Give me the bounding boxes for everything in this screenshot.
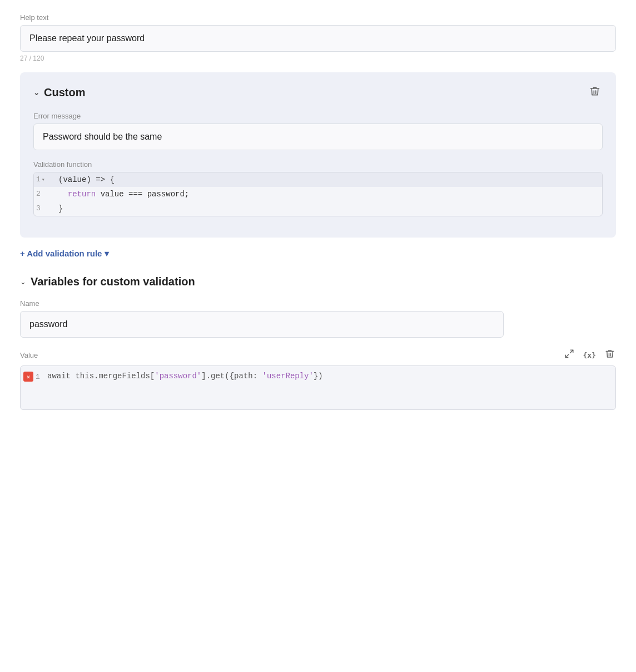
error-message-label: Error message	[33, 112, 603, 120]
expand-icon	[564, 349, 574, 359]
code-content-2: return value === password;	[54, 189, 193, 200]
code-content-1: (value) => {	[54, 174, 119, 185]
validation-function-group: Validation function 1 ▾ (value) => { 2 r…	[33, 160, 603, 216]
help-text-section: Help text 27 / 120	[20, 13, 616, 62]
fold-arrow-icon[interactable]: ▾	[42, 176, 45, 183]
custom-section-header: ⌄ Custom	[33, 83, 603, 102]
line-number-2: 2	[34, 189, 54, 199]
custom-section: ⌄ Custom Error message Validation functi…	[20, 72, 616, 238]
variable-value-code-editor[interactable]: ✕ 1 await this.mergeFields['password'].g…	[20, 365, 616, 410]
variable-value-icons: {x}	[563, 348, 616, 362]
svg-line-1	[565, 355, 568, 358]
custom-section-title: ⌄ Custom	[33, 86, 85, 99]
code-line-3: 3 }	[34, 201, 602, 216]
variable-delete-button[interactable]	[604, 348, 616, 362]
error-message-input[interactable]	[33, 123, 603, 150]
error-badge: ✕	[23, 372, 33, 382]
code-line-1: 1 ▾ (value) => {	[34, 172, 602, 187]
vars-icon-button[interactable]: {x}	[582, 350, 597, 360]
variable-name-input[interactable]	[20, 311, 504, 338]
help-text-label: Help text	[20, 13, 616, 22]
validation-function-label: Validation function	[33, 160, 603, 169]
error-message-group: Error message	[33, 112, 603, 150]
value-line-number-1: ✕ 1	[21, 372, 43, 382]
help-text-input[interactable]	[20, 25, 616, 52]
trash-icon	[589, 86, 600, 97]
code-line-2: 2 return value === password;	[34, 187, 602, 201]
line-number-3: 3	[34, 203, 54, 214]
svg-line-0	[570, 350, 573, 353]
variables-section-header: ⌄ Variables for custom validation	[20, 275, 616, 288]
char-count: 27 / 120	[20, 55, 616, 62]
code-content-3: }	[54, 203, 67, 214]
chevron-down-icon[interactable]: ⌄	[33, 88, 39, 97]
variable-name-label: Name	[20, 299, 616, 308]
variables-section-title: Variables for custom validation	[31, 275, 195, 288]
variables-section: ⌄ Variables for custom validation Name V…	[20, 275, 616, 410]
expand-icon-button[interactable]	[563, 348, 575, 362]
variable-value-field: Value {x}	[20, 348, 616, 410]
value-code-line-1: ✕ 1 await this.mergeFields['password'].g…	[21, 366, 615, 387]
add-validation-rule-button[interactable]: + Add validation rule ▾	[20, 249, 109, 259]
variables-chevron-icon[interactable]: ⌄	[20, 278, 26, 286]
variable-trash-icon	[605, 349, 615, 359]
variable-value-label: Value	[20, 351, 38, 359]
variable-name-field: Name	[20, 299, 616, 338]
custom-section-delete-button[interactable]	[587, 83, 603, 102]
variable-value-header: Value {x}	[20, 348, 616, 362]
validation-code-editor[interactable]: 1 ▾ (value) => { 2 return value === pass…	[33, 172, 603, 216]
line-number-1: 1 ▾	[34, 174, 54, 185]
value-code-content-1: await this.mergeFields['password'].get({…	[43, 372, 327, 381]
